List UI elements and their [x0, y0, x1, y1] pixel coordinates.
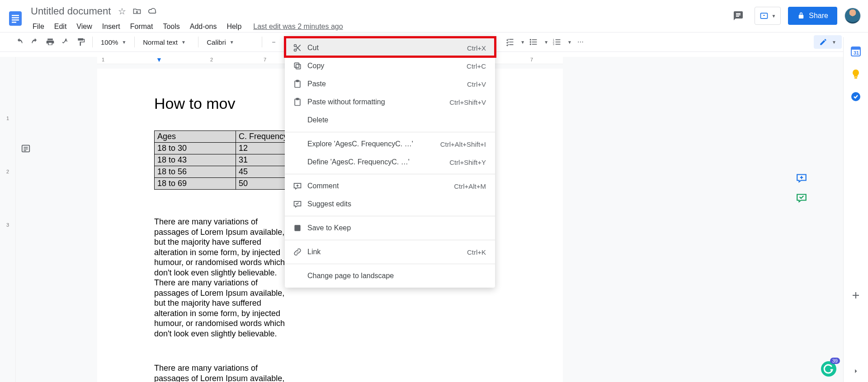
suggest-edits-button[interactable]	[796, 191, 807, 203]
svg-point-6	[530, 39, 531, 40]
move-icon[interactable]	[132, 7, 142, 16]
comment-icon	[293, 182, 307, 191]
svg-rect-26	[296, 65, 301, 69]
present-button[interactable]: ▼	[755, 7, 781, 25]
editing-mode-button[interactable]: ▼	[814, 35, 842, 49]
spellcheck-button[interactable]	[59, 35, 72, 49]
context-menu-label: Link	[307, 248, 467, 256]
svg-text:3: 3	[553, 43, 554, 46]
link-icon	[293, 247, 307, 256]
open-comments-button[interactable]	[729, 7, 747, 25]
font-select[interactable]: Calibri▼	[203, 35, 257, 49]
font-size-decrease[interactable]: −	[267, 35, 280, 49]
context-menu-item[interactable]: LinkCtrl+K	[285, 243, 495, 261]
menu-bar: File Edit View Insert Format Tools Add-o…	[28, 20, 346, 33]
floating-tools	[792, 172, 811, 203]
context-menu-item[interactable]: Save to Keep	[285, 219, 495, 237]
svg-rect-10	[532, 42, 537, 42]
menu-format[interactable]: Format	[126, 21, 158, 33]
grammarly-widget[interactable]: 39	[820, 360, 837, 377]
star-icon[interactable]: ☆	[118, 7, 126, 16]
context-menu-label: Comment	[307, 182, 454, 190]
numbered-list-button[interactable]: 123	[550, 35, 564, 49]
docs-logo-icon[interactable]	[6, 6, 24, 31]
svg-point-8	[530, 43, 531, 45]
context-menu-item[interactable]: Paste without formattingCtrl+Shift+V	[285, 93, 495, 111]
menu-view[interactable]: View	[72, 21, 96, 33]
svg-point-24	[294, 49, 297, 51]
svg-point-25	[294, 45, 297, 47]
suggest-icon	[293, 200, 307, 209]
context-menu-label: Copy	[307, 62, 467, 70]
context-menu-item[interactable]: Change page to landscape	[285, 267, 495, 285]
context-menu-shortcut: Ctrl+X	[467, 44, 486, 52]
svg-rect-36	[851, 47, 860, 50]
side-panel: 31	[843, 37, 868, 382]
svg-point-7	[530, 41, 531, 42]
menu-tools[interactable]: Tools	[158, 21, 184, 33]
ruler-tick: 3	[0, 222, 15, 228]
document-title[interactable]: Untitled document	[28, 5, 113, 18]
svg-rect-34	[294, 225, 300, 231]
calendar-icon[interactable]: 31	[850, 46, 861, 57]
paint-format-button[interactable]	[74, 35, 88, 49]
document-outline-button[interactable]	[18, 141, 33, 156]
context-menu-item[interactable]: Explore 'AgesC. FrequencyC. …'Ctrl+Alt+S…	[285, 135, 495, 153]
context-menu-separator	[285, 216, 495, 216]
context-menu-item[interactable]: CopyCtrl+C	[285, 57, 495, 75]
cloud-status-icon[interactable]	[148, 7, 157, 16]
undo-button[interactable]	[13, 35, 26, 49]
paragraph: There are many variations of passages of…	[154, 217, 290, 339]
checklist-button[interactable]	[503, 35, 517, 49]
context-menu-label: Paste	[307, 80, 467, 88]
table-cell[interactable]: 18 to 30	[155, 143, 236, 154]
add-comment-button[interactable]	[796, 172, 807, 183]
ruler-tick: 2	[210, 57, 213, 62]
print-button[interactable]	[43, 35, 57, 49]
account-avatar[interactable]	[844, 8, 861, 24]
redo-button[interactable]	[28, 35, 42, 49]
context-menu-item[interactable]: Define 'AgesC. FrequencyC. …'Ctrl+Shift+…	[285, 153, 495, 171]
context-menu-label: Suggest edits	[307, 200, 486, 208]
context-menu-shortcut: Ctrl+Shift+V	[449, 98, 486, 106]
context-menu-item[interactable]: Delete	[285, 111, 495, 129]
bulleted-list-button[interactable]	[527, 35, 540, 49]
grammarly-count-badge: 39	[830, 358, 840, 364]
context-menu-item[interactable]: CommentCtrl+Alt+M	[285, 177, 495, 195]
table-cell[interactable]: Ages	[155, 131, 236, 143]
svg-rect-3	[12, 19, 19, 21]
last-edit-link[interactable]: Last edit was 2 minutes ago	[250, 21, 345, 33]
svg-rect-17	[556, 44, 561, 45]
ruler-tick: 7	[530, 57, 533, 62]
svg-rect-38	[854, 77, 857, 79]
tasks-icon[interactable]	[850, 91, 861, 102]
context-menu-item[interactable]: PasteCtrl+V	[285, 75, 495, 93]
add-addon-button[interactable]	[850, 290, 861, 301]
svg-rect-15	[556, 39, 561, 40]
context-menu-label: Paste without formatting	[307, 98, 449, 106]
table-cell[interactable]: 18 to 56	[155, 166, 236, 178]
share-label: Share	[809, 12, 828, 20]
svg-rect-1	[12, 15, 19, 16]
menu-insert[interactable]: Insert	[98, 21, 125, 33]
more-toolbar-button[interactable]: ⋯	[574, 35, 587, 49]
context-menu-item[interactable]: Suggest edits	[285, 195, 495, 213]
table-cell[interactable]: 18 to 43	[155, 154, 236, 166]
zoom-select[interactable]: 100%▼	[97, 35, 130, 49]
svg-rect-0	[9, 11, 22, 26]
table-cell[interactable]: 18 to 69	[155, 178, 236, 190]
share-button[interactable]: Share	[788, 7, 837, 25]
context-menu-label: Cut	[307, 44, 467, 52]
menu-help[interactable]: Help	[222, 21, 246, 33]
context-menu-label: Explore 'AgesC. FrequencyC. …'	[307, 140, 440, 148]
context-menu-item[interactable]: CutCtrl+X	[285, 39, 495, 57]
cut-icon	[293, 43, 307, 52]
keep-icon[interactable]	[850, 69, 861, 79]
show-side-panel-button[interactable]	[851, 367, 860, 376]
menu-addons[interactable]: Add-ons	[185, 21, 222, 33]
indent-marker-icon[interactable]: ▼	[156, 57, 162, 63]
svg-rect-2	[12, 17, 19, 19]
menu-file[interactable]: File	[28, 21, 49, 33]
paragraph-style-select[interactable]: Normal text▼	[139, 35, 193, 49]
menu-edit[interactable]: Edit	[50, 21, 71, 33]
